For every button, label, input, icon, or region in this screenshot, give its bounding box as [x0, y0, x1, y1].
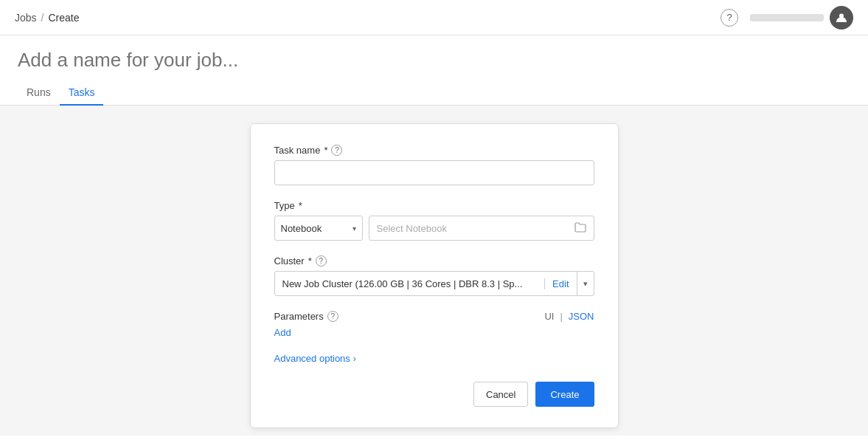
type-row: Notebook ▾ Select Notebook	[274, 216, 594, 241]
page-title-area	[0, 35, 868, 72]
cluster-help-icon[interactable]: ?	[316, 255, 327, 267]
user-avatar[interactable]	[830, 6, 853, 30]
parameters-label-text: Parameters	[274, 311, 324, 322]
cluster-label-text: Cluster	[274, 255, 305, 267]
advanced-options-row: Advanced options ›	[274, 353, 594, 364]
cluster-required-star: *	[308, 255, 312, 267]
cluster-chevron-icon[interactable]: ▾	[577, 272, 594, 295]
advanced-options-label: Advanced options	[274, 353, 350, 364]
header-right: ?	[721, 6, 853, 30]
task-name-help-icon[interactable]: ?	[331, 145, 342, 156]
tabs-area: Runs Tasks	[0, 80, 868, 106]
user-section	[750, 6, 853, 30]
breadcrumb-jobs-link[interactable]: Jobs	[15, 12, 37, 24]
user-name-bar	[750, 14, 824, 21]
cluster-group: Cluster * ? New Job Cluster (126.00 GB |…	[274, 255, 594, 296]
help-icon[interactable]: ?	[721, 9, 738, 27]
chevron-down-icon: ▾	[353, 224, 356, 233]
parameters-group: Parameters ? UI | JSON Add	[274, 311, 594, 338]
task-name-label-text: Task name	[274, 145, 321, 156]
cancel-button[interactable]: Cancel	[473, 382, 528, 407]
task-name-label: Task name * ?	[274, 145, 594, 156]
tab-runs[interactable]: Runs	[18, 80, 60, 106]
required-star: *	[324, 145, 327, 156]
type-label: Type *	[274, 200, 594, 211]
tab-tasks[interactable]: Tasks	[60, 80, 104, 106]
notebook-select-placeholder: Select Notebook	[377, 223, 447, 234]
breadcrumb: Jobs / Create	[15, 12, 80, 24]
chevron-right-icon: ›	[353, 354, 356, 364]
cluster-label: Cluster * ?	[274, 255, 594, 267]
parameters-separator: |	[560, 311, 562, 322]
type-dropdown-value: Notebook	[281, 223, 322, 234]
advanced-options-link[interactable]: Advanced options ›	[274, 353, 594, 364]
add-parameter-link[interactable]: Add	[274, 327, 291, 338]
notebook-select[interactable]: Select Notebook	[369, 216, 594, 241]
parameters-help-icon[interactable]: ?	[327, 311, 338, 322]
action-buttons: Cancel Create	[274, 382, 594, 407]
task-name-input[interactable]	[274, 160, 594, 185]
dialog-card: Task name * ? Type * Notebook ▾ Select N…	[250, 123, 619, 428]
cluster-row: New Job Cluster (126.00 GB | 36 Cores | …	[274, 271, 594, 296]
breadcrumb-separator: /	[41, 12, 44, 24]
cluster-edit-button[interactable]: Edit	[544, 278, 576, 289]
type-group: Type * Notebook ▾ Select Notebook	[274, 200, 594, 241]
parameters-ui-link[interactable]: UI	[544, 311, 554, 322]
create-button[interactable]: Create	[535, 382, 594, 407]
main-content: Task name * ? Type * Notebook ▾ Select N…	[0, 106, 868, 436]
folder-icon	[574, 222, 586, 235]
parameters-json-link[interactable]: JSON	[569, 311, 594, 322]
parameters-toggle: UI | JSON	[544, 311, 594, 322]
type-dropdown[interactable]: Notebook ▾	[274, 216, 363, 241]
cluster-value: New Job Cluster (126.00 GB | 36 Cores | …	[275, 278, 545, 289]
type-label-text: Type	[274, 200, 295, 211]
job-name-input[interactable]	[18, 49, 850, 72]
parameters-header: Parameters ? UI | JSON	[274, 311, 594, 322]
task-name-group: Task name * ?	[274, 145, 594, 185]
type-required-star: *	[299, 200, 302, 211]
parameters-label: Parameters ?	[274, 311, 338, 322]
header: Jobs / Create ?	[0, 0, 868, 35]
breadcrumb-current: Create	[48, 12, 79, 24]
